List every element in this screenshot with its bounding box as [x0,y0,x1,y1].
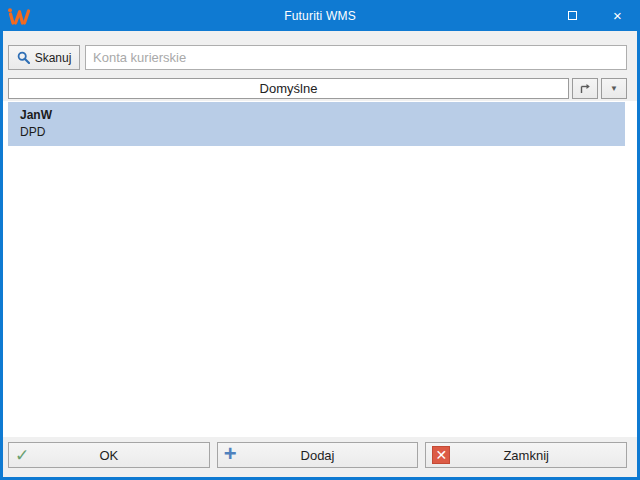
chevron-down-icon: ▼ [610,85,618,93]
window: Futuriti WMS × [0,0,640,480]
profile-selector[interactable]: Domyślne [8,78,569,99]
close-dialog-button-label: Zamknij [503,448,549,463]
ok-button[interactable]: ✓ OK [8,442,210,468]
scan-button-label: Skanuj [35,51,72,65]
scan-button[interactable]: Skanuj [8,45,80,70]
search-row: Skanuj [3,31,637,70]
courier-accounts-list: JanW DPD [3,101,637,437]
search-icon [17,51,30,64]
list-item-subtitle: DPD [20,124,613,140]
arrow-right-icon [579,83,592,95]
window-controls: × [550,0,640,31]
profile-header-row: Domyślne ▼ [8,78,627,99]
close-red-x: ✕ [432,446,450,464]
ok-button-label: OK [99,448,118,463]
maximize-icon [568,11,577,20]
list-item[interactable]: JanW DPD [8,102,625,146]
profile-selector-value: Domyślne [260,81,318,96]
content-area: Skanuj Domyślne ▼ [3,31,637,477]
close-icon: × [613,8,622,23]
titlebar: Futuriti WMS × [0,0,640,31]
add-button-label: Dodaj [301,448,335,463]
close-dialog-button[interactable]: ✕ Zamknij [425,442,627,468]
window-title: Futuriti WMS [0,9,640,23]
check-icon: ✓ [15,447,29,464]
close-red-icon: ✕ [432,446,450,464]
search-input[interactable] [85,45,627,70]
plus-icon: + [224,445,237,465]
add-button[interactable]: + Dodaj [217,442,419,468]
maximize-button[interactable] [550,0,595,31]
apply-profile-button[interactable] [572,78,598,99]
footer-toolbar: ✓ OK + Dodaj ✕ Zamknij [3,437,637,477]
list-item-title: JanW [20,107,613,124]
profile-dropdown-button[interactable]: ▼ [601,78,627,99]
close-button[interactable]: × [595,0,640,31]
